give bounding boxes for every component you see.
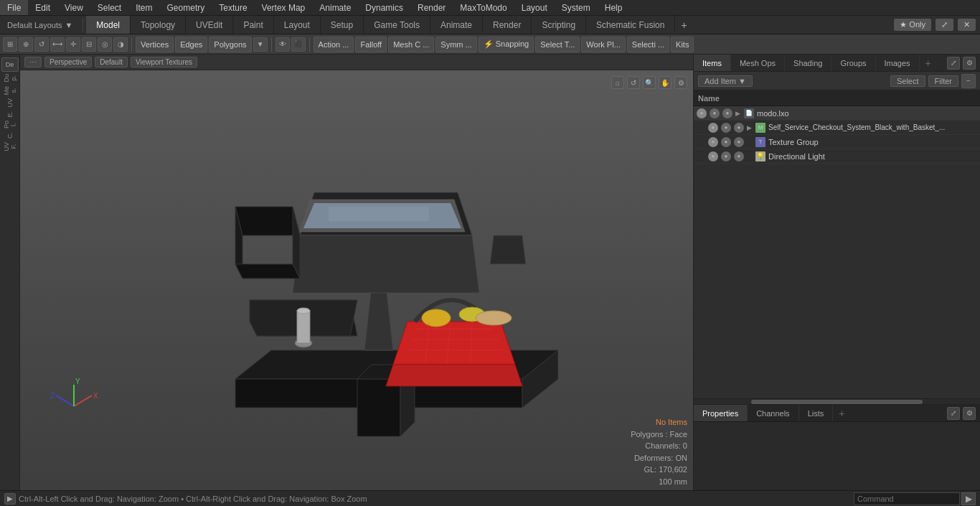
panel-tab-items[interactable]: Items <box>694 55 731 71</box>
vp-perspective-button[interactable]: Perspective <box>44 57 92 67</box>
viewport[interactable]: ⋯ Perspective Default Viewport Textures <box>20 55 693 490</box>
tab-scripting[interactable]: Scripting <box>532 16 586 34</box>
toolbar-mesh-c-button[interactable]: Mesh C ... <box>388 37 434 52</box>
visibility-eye2-ss[interactable]: ● <box>721 123 731 133</box>
star-only-button[interactable]: ★ Only <box>894 19 931 31</box>
visibility-eye2-tg[interactable]: ● <box>721 137 731 147</box>
visibility-eye-dl[interactable]: ● <box>708 151 718 161</box>
visibility-eye-tg[interactable]: ● <box>708 137 718 147</box>
menu-geometry[interactable]: Geometry <box>160 0 212 15</box>
prop-settings-icon[interactable]: ⚙ <box>963 407 976 420</box>
prop-tab-properties[interactable]: Properties <box>694 405 748 421</box>
toolbar-action2[interactable]: ◎ <box>98 37 112 52</box>
visibility-eye3-ss[interactable]: ● <box>734 123 744 133</box>
filter-button[interactable]: Filter <box>928 75 958 87</box>
visibility-eye2-dl[interactable]: ● <box>721 151 731 161</box>
list-item-self-service[interactable]: ● ● ● ▶ M Self_Service_Checkout_System_B… <box>694 121 980 135</box>
toolbar-vertices-button[interactable]: Vertices <box>136 37 174 52</box>
toolbar-move[interactable]: ✛ <box>66 37 80 52</box>
panel-tab-groups[interactable]: Groups <box>831 55 875 71</box>
tab-layout[interactable]: Layout <box>274 16 321 34</box>
tab-uvedit[interactable]: UVEdit <box>186 16 233 34</box>
vp-texture-button[interactable]: Viewport Textures <box>131 57 197 67</box>
toolbar-polygons-button[interactable]: Polygons <box>209 37 251 52</box>
vp-nav-pan[interactable]: ✋ <box>659 76 672 89</box>
toolbar-selecti-button[interactable]: Selecti ... <box>627 37 669 52</box>
toolbar-action-button[interactable]: Action ... <box>314 37 354 52</box>
toolbar-work-pl-button[interactable]: Work Pl... <box>581 37 625 52</box>
tab-paint[interactable]: Paint <box>233 16 273 34</box>
visibility-eye-modo[interactable]: ● <box>697 108 707 118</box>
visibility-eye2-modo[interactable]: ● <box>710 108 720 118</box>
panel-settings-icon[interactable]: ⚙ <box>963 57 976 70</box>
panel-tab-images[interactable]: Images <box>876 55 920 71</box>
menu-help[interactable]: Help <box>598 0 630 15</box>
layout-settings-button[interactable]: ✕ <box>958 19 976 31</box>
tab-model[interactable]: Model <box>86 16 131 34</box>
add-panel-tab-button[interactable]: + <box>920 55 937 71</box>
menu-layout[interactable]: Layout <box>514 0 555 15</box>
menu-texture[interactable]: Texture <box>212 0 254 15</box>
menu-animate[interactable]: Animate <box>312 0 358 15</box>
toolbar-scale[interactable]: ⟷ <box>50 37 65 52</box>
command-input[interactable] <box>854 492 960 505</box>
toolbar-kits-button[interactable]: Kits <box>671 37 694 52</box>
tab-animate[interactable]: Animate <box>430 16 483 34</box>
panel-tab-mesh-ops[interactable]: Mesh Ops <box>731 55 785 71</box>
menu-dynamics[interactable]: Dynamics <box>358 0 410 15</box>
items-scrollbar[interactable] <box>694 398 980 404</box>
toolbar-action3[interactable]: ◑ <box>113 37 128 52</box>
toolbar-vis2[interactable]: ⬛ <box>291 37 306 52</box>
vp-default-button[interactable]: Default <box>95 57 128 67</box>
toolbar-select-t-button[interactable]: Select T... <box>535 37 580 52</box>
prop-expand-icon[interactable]: ⤢ <box>947 407 960 420</box>
panel-tab-shading[interactable]: Shading <box>785 55 831 71</box>
menu-item[interactable]: Item <box>128 0 159 15</box>
menu-render[interactable]: Render <box>410 0 453 15</box>
layout-expand-button[interactable]: ⤢ <box>936 19 953 31</box>
visibility-eye3-dl[interactable]: ● <box>734 151 744 161</box>
vp-nav-zoom[interactable]: 🔍 <box>643 76 656 89</box>
visibility-eye3-tg[interactable]: ● <box>734 137 744 147</box>
tool-unknown1[interactable]: De <box>1 57 19 72</box>
visibility-eye3-modo[interactable]: ● <box>722 108 732 118</box>
prop-tab-channels[interactable]: Channels <box>748 405 798 421</box>
tab-schematic-fusion[interactable]: Schematic Fusion <box>586 16 675 34</box>
command-go-button[interactable]: ▶ <box>961 492 976 505</box>
tab-setup[interactable]: Setup <box>321 16 364 34</box>
menu-view[interactable]: View <box>57 0 90 15</box>
tab-topology[interactable]: Topology <box>131 16 186 34</box>
menu-select[interactable]: Select <box>90 0 128 15</box>
list-item-texture-group[interactable]: ● ● ● T Texture Group <box>694 135 980 149</box>
list-item-modo-lxo[interactable]: ● ● ● ▶ 📄 modo.lxo <box>694 106 980 121</box>
list-item-directional-light[interactable]: ● ● ● 💡 Directional Light <box>694 149 980 164</box>
toolbar-edges-button[interactable]: Edges <box>175 37 207 52</box>
panel-minus-icon[interactable]: − <box>961 74 976 88</box>
viewport-canvas[interactable]: ⌂ ↺ 🔍 ✋ ⚙ X Z Y No Items P <box>20 70 693 490</box>
menu-vertex-map[interactable]: Vertex Map <box>255 0 313 15</box>
tab-game-tools[interactable]: Game Tools <box>364 16 430 34</box>
toolbar-poly-type[interactable]: ▼ <box>253 37 268 52</box>
current-layout-label[interactable]: Default Layouts ▼ <box>0 21 80 29</box>
vp-nav-settings[interactable]: ⚙ <box>674 76 687 89</box>
vp-nav-rotate[interactable]: ↺ <box>627 76 640 89</box>
toolbar-transform[interactable]: ⊕ <box>19 37 33 52</box>
bottom-arrow-button[interactable]: ▶ <box>4 493 16 505</box>
visibility-eye-ss[interactable]: ● <box>708 123 718 133</box>
menu-system[interactable]: System <box>555 0 598 15</box>
add-item-button[interactable]: Add Item ▼ <box>698 75 753 87</box>
toolbar-action1[interactable]: ⊟ <box>82 37 96 52</box>
vp-nav-home[interactable]: ⌂ <box>611 76 624 89</box>
menu-maxtomode[interactable]: MaxToModo <box>453 0 514 15</box>
prop-tab-lists[interactable]: Lists <box>799 405 834 421</box>
toolbar-select-mode[interactable]: ⊞ <box>3 37 17 52</box>
select-button[interactable]: Select <box>890 75 925 87</box>
add-layout-tab-button[interactable]: + <box>675 16 692 34</box>
toolbar-snapping-button[interactable]: ⚡ Snapping <box>479 37 534 52</box>
toolbar-vis1[interactable]: 👁 <box>275 37 290 52</box>
toolbar-rotate[interactable]: ↺ <box>34 37 49 52</box>
add-prop-tab-button[interactable]: + <box>833 405 850 421</box>
tab-render[interactable]: Render <box>483 16 532 34</box>
toolbar-symm-button[interactable]: Symm ... <box>435 37 476 52</box>
panel-expand-icon[interactable]: ⤢ <box>947 57 960 70</box>
